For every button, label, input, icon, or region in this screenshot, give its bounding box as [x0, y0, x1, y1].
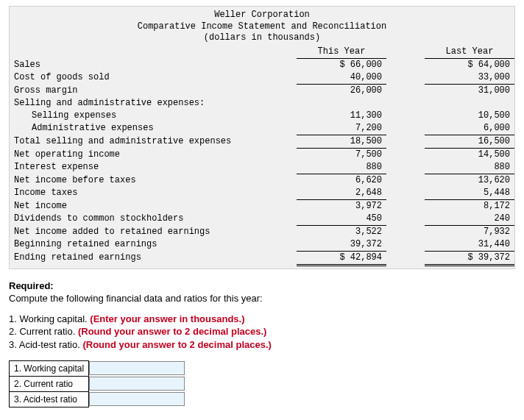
row-ni-added-re: Net income added to retained earnings 3,…	[10, 225, 514, 238]
statement-header: Weller Corporation Comparative Income St…	[9, 6, 515, 46]
required-prompt: Compute the following financial data and…	[9, 292, 515, 305]
working-capital-input[interactable]	[89, 361, 185, 375]
col-this-year: This Year	[297, 46, 386, 59]
required-title: Required:	[9, 280, 54, 291]
answer-table: 1. Working capital 2. Current ratio 3. A…	[9, 360, 185, 407]
row-sae-header: Selling and administrative expenses:	[10, 97, 514, 110]
row-interest: Interest expense 880 880	[10, 161, 514, 174]
label-sales: Sales	[10, 58, 297, 71]
answer-label-wc: 1. Working capital	[10, 360, 89, 376]
row-noi: Net operating income 7,500 14,500	[10, 148, 514, 161]
row-net-income: Net income 3,972 8,172	[10, 199, 514, 213]
row-beg-re: Beginning retained earnings 39,372 31,44…	[10, 238, 514, 252]
statement-title: Comparative Income Statement and Reconci…	[10, 21, 514, 33]
answer-label-cr: 2. Current ratio	[10, 376, 89, 391]
company-name: Weller Corporation	[10, 10, 514, 21]
row-taxes: Income taxes 2,648 5,448	[10, 187, 514, 200]
row-nibt: Net income before taxes 6,620 13,620	[10, 174, 514, 187]
row-selling-exp: Selling expenses 11,300 10,500	[10, 110, 514, 122]
col-last-year: Last Year	[425, 46, 514, 59]
row-total-sae: Total selling and administrative expense…	[10, 135, 514, 148]
income-statement-table: This Year Last Year Sales $ 66,000 $ 64,…	[10, 46, 514, 266]
req-item-2: 2. Current ratio. (Round your answer to …	[9, 325, 515, 338]
acid-test-ratio-input[interactable]	[89, 392, 185, 406]
row-cogs: Cost of goods sold 40,000 33,000	[10, 71, 514, 85]
current-ratio-input[interactable]	[89, 377, 185, 391]
req-item-1: 1. Working capital. (Enter your answer i…	[9, 313, 515, 326]
row-end-re: Ending retained earnings $ 42,894 $ 39,3…	[10, 251, 514, 265]
req-item-3: 3. Acid-test ratio. (Round your answer t…	[9, 338, 515, 352]
row-sales: Sales $ 66,000 $ 64,000	[10, 58, 514, 71]
required-section: Required: Compute the following financia…	[9, 280, 515, 352]
row-dividends: Dividends to common stockholders 450 240	[10, 213, 514, 226]
answer-label-at: 3. Acid-test ratio	[10, 391, 89, 407]
row-admin-exp: Administrative expenses 7,200 6,000	[10, 122, 514, 135]
row-gross-margin: Gross margin 26,000 31,000	[10, 84, 514, 97]
units-note: (dollars in thousands)	[10, 32, 514, 44]
